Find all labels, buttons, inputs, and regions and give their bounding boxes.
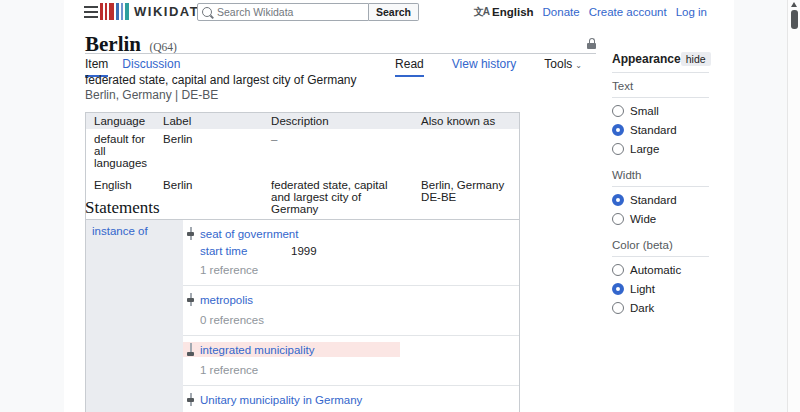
qualifier: start time 1999	[183, 245, 519, 257]
statements-heading: Statements	[85, 198, 160, 218]
entity-aliases: Berlin, Germany | DE-BE	[85, 89, 545, 102]
main-snak: metropolis	[183, 292, 519, 307]
statement-row: Unitary municipality in Germany 1 refere…	[183, 386, 519, 412]
width-section-label: Width	[612, 162, 709, 187]
search-icon	[202, 7, 212, 17]
terms-header-row: Language Label Description Also known as	[86, 113, 520, 130]
scrollbar-thumb[interactable]	[791, 10, 798, 29]
col-aka: Also known as	[413, 113, 519, 130]
radio-text-small[interactable]: Small	[612, 105, 709, 117]
term-aka: Berlin, Germany DE-BE	[413, 175, 519, 222]
term-language: default for all languages	[86, 129, 156, 175]
content-sheet: WIKIDATA Search 文A English Donate Create…	[64, 0, 734, 412]
radio-selected-icon[interactable]	[612, 194, 624, 206]
search-input[interactable]	[217, 6, 364, 18]
radio-selected-icon[interactable]	[612, 283, 624, 295]
col-label: Label	[155, 113, 263, 130]
radio-icon[interactable]	[612, 143, 624, 155]
entity-description: federated state, capital and largest cit…	[85, 74, 545, 87]
vertical-scrollbar[interactable]	[787, 0, 800, 412]
table-row: default for all languages Berlin –	[86, 129, 520, 175]
hide-appearance-button[interactable]: hide	[681, 52, 711, 66]
radio-icon[interactable]	[612, 264, 624, 276]
statement-values: seat of government start time 1999 1 ref…	[183, 220, 519, 412]
statement-group-instance-of: instance of seat of government start tim…	[85, 219, 520, 412]
term-description: –	[263, 129, 413, 175]
property-link[interactable]: instance of	[92, 225, 148, 237]
col-description: Description	[263, 113, 413, 130]
radio-color-automatic[interactable]: Automatic	[612, 264, 709, 276]
radio-icon[interactable]	[612, 105, 624, 117]
radio-width-wide[interactable]: Wide	[612, 213, 709, 225]
statement-property-cell: instance of	[86, 220, 183, 412]
references-toggle[interactable]: 1 reference	[183, 264, 519, 276]
appearance-panel: Appearance hide Text Small Standard Larg…	[612, 52, 709, 321]
statement-value-link[interactable]: seat of government	[200, 228, 298, 240]
create-account-link[interactable]: Create account	[589, 6, 667, 18]
rank-selector-icon[interactable]	[187, 227, 194, 240]
radio-width-standard[interactable]: Standard	[612, 194, 709, 206]
radio-icon[interactable]	[612, 302, 624, 314]
language-selector[interactable]: 文A English	[474, 5, 534, 19]
references-toggle[interactable]: 1 reference	[183, 364, 519, 376]
text-section-label: Text	[612, 73, 709, 98]
statement-value-link[interactable]: integrated municipality	[200, 344, 314, 356]
rank-selector-icon[interactable]	[187, 393, 194, 406]
title-divider	[85, 53, 596, 54]
rank-selector-icon[interactable]	[187, 293, 194, 306]
term-label: Berlin	[155, 129, 263, 175]
donate-link[interactable]: Donate	[543, 6, 580, 18]
statement-value-link[interactable]: metropolis	[200, 294, 253, 306]
hamburger-menu-icon[interactable]	[84, 6, 98, 18]
radio-icon[interactable]	[612, 213, 624, 225]
wikidata-barcode-icon	[100, 3, 129, 20]
col-language: Language	[86, 113, 156, 130]
search-button[interactable]: Search	[369, 3, 419, 21]
entity-id: (Q64)	[149, 41, 176, 53]
radio-color-dark[interactable]: Dark	[612, 302, 709, 314]
rank-selector-deprecated-icon[interactable]	[187, 343, 194, 356]
qualifier-property-link[interactable]: start time	[200, 245, 291, 257]
radio-color-light[interactable]: Light	[612, 283, 709, 295]
protection-lock-icon	[587, 38, 596, 49]
main-snak: Unitary municipality in Germany	[183, 392, 519, 407]
statement-row: seat of government start time 1999 1 ref…	[183, 220, 519, 286]
language-icon: 文A	[474, 5, 489, 19]
term-label: Berlin	[155, 175, 263, 222]
statement-value-link[interactable]: Unitary municipality in Germany	[200, 394, 362, 406]
chevron-down-icon: ⌄	[575, 61, 582, 70]
log-in-link[interactable]: Log in	[676, 6, 707, 18]
statement-row: integrated municipality 1 reference	[183, 336, 519, 386]
tools-menu[interactable]: Tools⌄	[544, 57, 582, 77]
radio-text-large[interactable]: Large	[612, 143, 709, 155]
wikidata-page: WIKIDATA Search 文A English Donate Create…	[0, 0, 800, 412]
radio-text-standard[interactable]: Standard	[612, 124, 709, 136]
entity-summary: federated state, capital and largest cit…	[85, 74, 545, 102]
wikidata-logo[interactable]: WIKIDATA	[100, 3, 209, 20]
appearance-header: Appearance hide	[612, 52, 709, 73]
main-snak-deprecated: integrated municipality	[183, 342, 400, 357]
search-field-wrap	[197, 3, 369, 21]
color-section-label: Color (beta)	[612, 232, 709, 257]
term-aka	[413, 129, 519, 175]
radio-selected-icon[interactable]	[612, 124, 624, 136]
scroll-up-arrow[interactable]	[791, 2, 797, 7]
language-label: English	[492, 6, 534, 18]
references-toggle[interactable]: 0 references	[183, 314, 519, 326]
header-user-links: 文A English Donate Create account Log in	[474, 0, 707, 24]
term-description: federated state, capital and largest cit…	[263, 175, 413, 222]
top-header: WIKIDATA Search 文A English Donate Create…	[64, 0, 734, 26]
appearance-title: Appearance	[612, 52, 681, 66]
search-bar: Search	[197, 3, 419, 21]
main-snak: seat of government	[183, 226, 519, 241]
qualifier-value: 1999	[291, 245, 317, 257]
statement-row: metropolis 0 references	[183, 286, 519, 336]
